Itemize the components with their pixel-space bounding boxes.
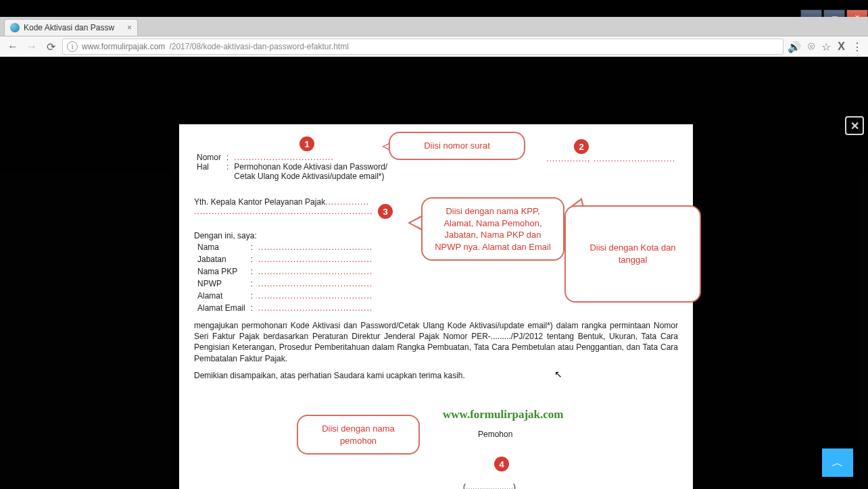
city-date-dots: .............., ........................… (546, 154, 675, 163)
salutation: Yth. Kepala Kantor Pelayanan Pajak (194, 197, 325, 207)
callout-3: Diisi dengan nama KPP, Alamat, Nama Pemo… (421, 197, 564, 261)
page-viewport: ✕ 1 2 3 4 Diisi nomor surat Diisi dengan… (0, 57, 868, 489)
annotation-bullet-1: 1 (299, 136, 314, 151)
hal-line-2: Cetak Ulang Kode Aktivasi/update email*) (234, 172, 384, 181)
callout-2: Diisi dengan Kota dan tanggal (564, 205, 701, 303)
hal-line-1: Permohonan Kode Aktivasi dan Password/ (234, 162, 387, 172)
nomor-dots: .................................. (234, 153, 333, 162)
nomor-label: Nomor (194, 153, 224, 162)
closing: Demikian disampaikan, atas perhatian Sau… (194, 371, 678, 380)
extension-x-icon[interactable]: X (838, 41, 845, 53)
tab-title: Kode Aktivasi dan Passw (24, 23, 114, 32)
fields-table: Nama:...................................… (194, 240, 376, 315)
watermark-url: www.formulirpajak.com (443, 408, 563, 421)
toolbar-right: 🔊 ⦾ ☆ X ⋮ (788, 41, 863, 53)
tab-close-icon[interactable]: × (127, 23, 132, 32)
annotation-bullet-3: 3 (378, 204, 393, 219)
address-bar[interactable]: i www.formulirpajak.com/2017/08/kode-akt… (62, 38, 783, 55)
reload-button[interactable]: ⟳ (43, 41, 58, 53)
browser-chrome: Kode Aktivasi dan Passw × ← → ⟳ i www.fo… (0, 17, 868, 57)
annotation-bullet-2: 2 (574, 139, 589, 154)
back-button[interactable]: ← (5, 41, 20, 53)
signature-line: (.....................) (463, 482, 516, 489)
callout-1: Diisi nomor surat (389, 132, 525, 160)
callout-4: Diisi dengan nama pemohon (297, 415, 420, 455)
bookmark-star-icon[interactable]: ☆ (821, 41, 831, 53)
pemohon-label: Pemohon (478, 430, 512, 439)
paragraph: mengajukan permohonan Kode Aktivasi dan … (194, 320, 678, 364)
lightbox-image: 1 2 3 4 Diisi nomor surat Diisi dengan K… (179, 124, 693, 489)
field-alamat: Alamat (195, 290, 247, 301)
url-path: /2017/08/kode-aktivasi-dan-password-efak… (169, 42, 348, 51)
field-jabatan: Jabatan (195, 254, 247, 265)
hal-label: Hal (194, 162, 224, 181)
browser-tabstrip: Kode Aktivasi dan Passw × (0, 17, 868, 36)
annotation-bullet-4: 4 (494, 457, 509, 471)
kebab-menu-icon[interactable]: ⋮ (852, 41, 863, 53)
url-host: www.formulirpajak.com (82, 42, 165, 51)
tab-favicon (10, 23, 20, 32)
browser-tab[interactable]: Kode Aktivasi dan Passw × (4, 19, 138, 36)
browser-toolbar: ← → ⟳ i www.formulirpajak.com/2017/08/ko… (0, 36, 868, 57)
translate-icon[interactable]: ⦾ (808, 41, 815, 52)
field-nama-pkp: Nama PKP (195, 266, 247, 277)
field-email: Alamat Email (195, 303, 247, 313)
lightbox-close-button[interactable]: ✕ (845, 116, 864, 135)
letter-head: Nomor : ................................… (194, 153, 390, 181)
forward-button[interactable]: → (24, 41, 39, 53)
kpp-address-dots: ........................................… (194, 207, 372, 216)
audio-icon[interactable]: 🔊 (788, 41, 801, 53)
field-nama: Nama (195, 242, 247, 253)
scroll-to-top-button[interactable]: ︿ (822, 448, 853, 477)
site-info-icon[interactable]: i (67, 41, 78, 52)
field-npwp: NPWP (195, 278, 247, 289)
